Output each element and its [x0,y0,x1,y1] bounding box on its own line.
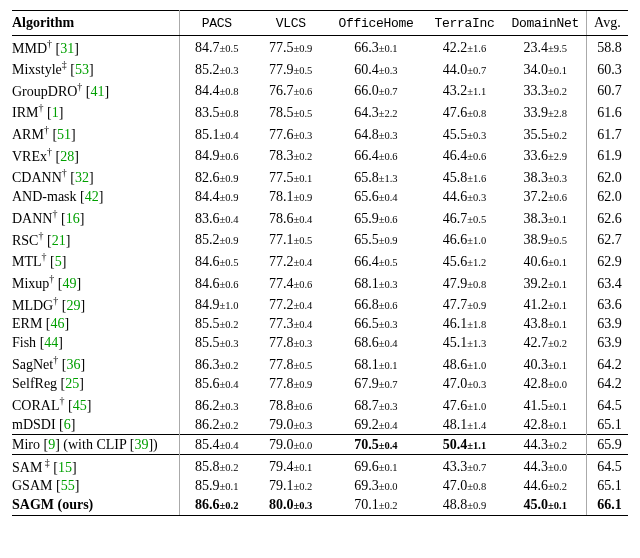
algorithm-name: Mixstyle [12,62,62,77]
algorithm-name: Fish [12,335,36,350]
col-vlcs: VLCS [276,16,306,31]
table-row: ERM [46]85.5±0.277.3±0.466.5±0.346.1±1.8… [12,315,628,334]
algorithm-name: AND-mask [12,189,77,204]
table-row: MMD† [31]84.7±0.577.5±0.966.3±0.142.2±1.… [12,36,628,58]
table-row: VREx† [28]84.9±0.678.3±0.266.4±0.646.4±0… [12,144,628,166]
algorithm-name: Miro [12,437,40,452]
algorithm-name: ERM [12,316,42,331]
table-row: IRM† [1]83.5±0.878.5±0.564.3±2.247.6±0.8… [12,101,628,123]
algorithm-name: VREx [12,148,47,163]
table-row: Fish [44]85.5±0.377.8±0.368.6±0.445.1±1.… [12,334,628,353]
algorithm-name: SagNet [12,357,53,372]
citation-link[interactable]: 16 [66,211,80,226]
table-row: Mixup† [49]84.6±0.677.4±0.668.1±0.347.9±… [12,272,628,294]
algorithm-name: IRM [12,105,38,120]
citation-link[interactable]: 1 [52,105,59,120]
table-row: RSC† [21]85.2±0.977.1±0.565.5±0.946.6±1.… [12,228,628,250]
table-body: MMD† [31]84.7±0.577.5±0.966.3±0.142.2±1.… [12,36,628,516]
algorithm-name: MMD [12,40,47,55]
table-row: DANN† [16]83.6±0.478.6±0.465.9±0.646.7±0… [12,207,628,229]
col-terrainc: TerraInc [434,16,494,31]
table-row: SagNet† [36]86.3±0.277.8±0.568.1±0.148.6… [12,353,628,375]
citation-link[interactable]: 51 [57,127,71,142]
algorithm-name: SAGM (ours) [12,497,93,512]
col-officehome: OfficeHome [338,16,413,31]
citation-link[interactable]: 55 [61,478,75,493]
col-domainnet: DomainNet [512,16,580,31]
algorithm-name: mDSDI [12,417,56,432]
table-row: CDANN† [32]82.6±0.977.5±0.165.8±1.345.8±… [12,166,628,188]
citation-link[interactable]: 28 [60,148,74,163]
algorithm-name: MTL [12,254,42,269]
citation-link[interactable]: 15 [58,459,72,474]
citation-link[interactable]: 36 [66,357,80,372]
citation-link[interactable]: 32 [75,170,89,185]
citation-link[interactable]: 39 [134,437,148,452]
table-row: GSAM [55]85.9±0.179.1±0.269.3±0.047.0±0.… [12,477,628,496]
col-pacs: PACS [202,16,232,31]
citation-link[interactable]: 46 [51,316,65,331]
table-row: SelfReg [25]85.6±0.477.8±0.967.9±0.747.0… [12,375,628,394]
col-avg: Avg. [586,11,628,36]
table-row: ARM† [51]85.1±0.477.6±0.364.8±0.345.5±0.… [12,123,628,145]
table-row: Mixstyle‡ [53]85.2±0.377.9±0.560.4±0.344… [12,58,628,80]
algorithm-name: SAM [12,459,42,474]
citation-link[interactable]: 5 [55,254,62,269]
algorithm-name: GroupDRO [12,83,77,98]
citation-link[interactable]: 53 [75,62,89,77]
citation-link[interactable]: 44 [44,335,58,350]
results-table: Algorithm PACS VLCS OfficeHome TerraInc … [12,10,628,516]
citation-link[interactable]: 25 [65,376,79,391]
citation-link[interactable]: 41 [91,83,105,98]
table-row: AND-mask [42]84.4±0.978.1±0.965.6±0.444.… [12,188,628,207]
algorithm-name: SelfReg [12,376,57,391]
table-row: Miro [9] (with CLIP [39])85.4±0.479.0±0.… [12,435,628,455]
algorithm-name: CDANN [12,170,62,185]
citation-link[interactable]: 49 [63,276,77,291]
citation-link[interactable]: 31 [60,40,74,55]
table-header-row: Algorithm PACS VLCS OfficeHome TerraInc … [12,11,628,36]
citation-link[interactable]: 21 [52,232,66,247]
algorithm-name: DANN [12,211,52,226]
table-row: MLDG† [29]84.9±1.077.2±0.466.8±0.647.7±0… [12,293,628,315]
col-algorithm: Algorithm [12,15,74,30]
citation-link[interactable]: 45 [73,398,87,413]
algorithm-name: Mixup [12,276,49,291]
results-table-wrapper: Algorithm PACS VLCS OfficeHome TerraInc … [12,10,628,516]
table-row: GroupDRO† [41]84.4±0.876.7±0.666.0±0.743… [12,79,628,101]
citation-link[interactable]: 9 [48,437,55,452]
table-row: MTL† [5]84.6±0.577.2±0.466.4±0.545.6±1.2… [12,250,628,272]
algorithm-name: ARM [12,127,44,142]
algorithm-name: MLDG [12,297,53,312]
table-row: mDSDI [6]86.2±0.279.0±0.369.2±0.448.1±1.… [12,415,628,435]
table-row: SAM ‡ [15]85.8±0.279.4±0.169.6±0.143.3±0… [12,455,628,477]
table-row: SAGM (ours)86.6±0.280.0±0.370.1±0.248.8±… [12,496,628,516]
table-row: CORAL† [45]86.2±0.378.8±0.668.7±0.347.6±… [12,394,628,416]
citation-link[interactable]: 29 [66,297,80,312]
citation-link[interactable]: 6 [64,417,71,432]
algorithm-name: CORAL [12,398,59,413]
algorithm-name: RSC [12,232,38,247]
algorithm-name: GSAM [12,478,52,493]
citation-link[interactable]: 42 [85,189,99,204]
